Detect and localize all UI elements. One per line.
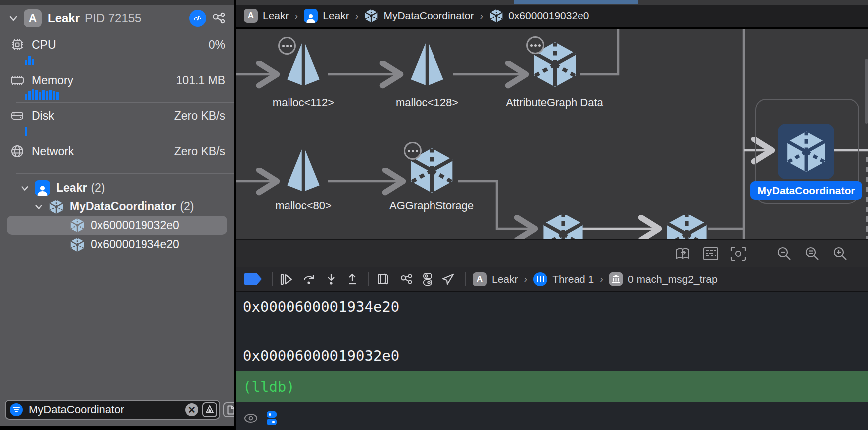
process-row[interactable]: A Leakr PID 72155 [0, 5, 234, 32]
graph-node-label: AGGraphStorage [389, 199, 474, 212]
graph-node-label: malloc<112> [273, 96, 334, 109]
stat-value: Zero KB/s [174, 145, 225, 158]
zoom-actual-size-icon[interactable] [804, 246, 820, 262]
environment-overrides-icon[interactable] [422, 272, 433, 286]
memory-history-bars [25, 89, 234, 100]
divider [16, 102, 234, 103]
jumpbar-crumb-user[interactable]: Leakr [304, 9, 349, 23]
memory-graph-icon[interactable] [211, 11, 226, 26]
filter-field[interactable]: MyDataCoordinator ✕ [5, 400, 220, 420]
graph-node-malloc80[interactable] [283, 148, 324, 193]
jumpbar-crumb-instance[interactable]: 0x6000019032e0 [489, 9, 589, 23]
clear-filter-icon[interactable]: ✕ [185, 403, 198, 416]
filter-bar: MyDataCoordinator ✕ [5, 399, 232, 420]
ellipsis-badge[interactable] [526, 36, 544, 54]
cube-icon [70, 237, 85, 252]
file-filter-button[interactable] [223, 402, 234, 417]
crumb-label: 0x6000019032e0 [508, 10, 589, 22]
stat-label: CPU [32, 38, 209, 52]
step-over-icon[interactable] [302, 273, 316, 286]
debug-crumb-thread[interactable]: Thread 1 [533, 272, 594, 286]
memory-graph-icon[interactable] [399, 272, 413, 286]
ellipsis-badge[interactable] [278, 37, 296, 55]
crumb-label: Leakr [323, 10, 349, 22]
console-filter-icon[interactable] [267, 411, 277, 425]
crumb-label: Leakr [263, 10, 289, 22]
graph-node-label: malloc<80> [275, 199, 332, 212]
cube-icon [364, 9, 378, 23]
step-into-icon[interactable] [325, 273, 337, 286]
canvas-footer-toolbar [236, 239, 868, 267]
divider [16, 67, 234, 67]
debug-crumb-frame[interactable]: 0 mach_msg2_trap [609, 272, 718, 286]
continue-button[interactable] [280, 273, 293, 286]
stack-frame-icon [609, 272, 623, 286]
filter-input-value[interactable]: MyDataCoordinator [29, 403, 185, 416]
leaks-filter-button[interactable] [202, 402, 217, 417]
process-name: Leakr [48, 11, 80, 25]
graph-node-label: AttributeGraph Data [506, 96, 603, 109]
tree-row-instance-selected[interactable]: 0x6000019032e0 [7, 216, 227, 235]
stat-row-disk[interactable]: Disk Zero KB/s [0, 108, 234, 124]
console-log-icon[interactable] [703, 247, 719, 261]
eye-icon[interactable] [244, 413, 258, 424]
jumpbar-crumb-process[interactable]: A Leakr [244, 9, 289, 23]
disk-history-bars [25, 125, 234, 136]
app-icon: A [244, 9, 258, 23]
breakpoints-toggle-button[interactable] [244, 273, 262, 285]
graph-node-cube[interactable] [664, 212, 709, 239]
process-pid: PID 72155 [85, 11, 189, 25]
ellipsis-badge[interactable] [404, 142, 422, 160]
breadcrumb-separator: › [524, 273, 528, 285]
graph-node-mydatacoordinator[interactable] [778, 124, 834, 179]
console-line: 0x0000600001934e20 [236, 292, 868, 315]
jump-bar: A Leakr › Leakr › MyDataCoordinator › [236, 5, 868, 28]
canvas-scrollbar[interactable] [865, 59, 868, 124]
graph-node-cube[interactable] [541, 212, 585, 239]
stat-label: Memory [32, 74, 176, 87]
tree-row-type[interactable]: MyDataCoordinator (2) [0, 197, 234, 215]
debug-console[interactable]: 0x0000600001934e20 0x00006000019032e0 (l… [236, 292, 868, 430]
tree-row-instance[interactable]: 0x600001934e20 [0, 235, 234, 254]
stat-row-network[interactable]: Network Zero KB/s [0, 143, 234, 159]
jumpbar-crumb-type[interactable]: MyDataCoordinator [364, 9, 474, 23]
person-icon [35, 180, 50, 196]
stat-row-cpu[interactable]: CPU 0% [0, 37, 234, 53]
stat-label: Network [32, 145, 174, 158]
jump-to-definition-icon[interactable] [675, 246, 691, 261]
step-out-icon[interactable] [346, 273, 358, 286]
zoom-in-icon[interactable] [832, 246, 848, 262]
app-icon: A [473, 272, 487, 286]
simulate-location-icon[interactable] [442, 273, 455, 286]
chevron-down-icon[interactable] [8, 13, 19, 24]
divider [16, 138, 234, 138]
chevron-down-icon[interactable] [20, 183, 30, 193]
tree-count: (2) [91, 181, 105, 195]
lldb-prompt: (lldb) [236, 378, 295, 395]
stat-row-memory[interactable]: Memory 101.1 MB [0, 72, 234, 88]
cpu-history-bars [25, 54, 234, 65]
crumb-label: Leakr [492, 273, 518, 285]
breadcrumb-separator: › [480, 10, 484, 22]
cpu-icon [10, 38, 25, 52]
cube-icon [489, 9, 503, 23]
selected-node-label[interactable]: MyDataCoordinator [750, 181, 862, 200]
lldb-prompt-row[interactable]: (lldb) [236, 371, 868, 402]
chevron-down-icon[interactable] [34, 202, 44, 212]
view-hierarchy-icon[interactable] [376, 273, 390, 286]
tree-count: (2) [180, 200, 194, 213]
cube-icon [70, 218, 85, 233]
tree-label: 0x600001934e20 [91, 238, 179, 251]
graph-node-malloc128[interactable] [407, 42, 447, 87]
focus-selection-icon[interactable] [730, 246, 746, 261]
performance-gauge-icon[interactable] [189, 10, 206, 27]
memory-graph-canvas[interactable]: MyDataCoordinator [236, 29, 868, 239]
tree-row-process[interactable]: Leakr (2) [0, 179, 234, 197]
debug-crumb-process[interactable]: A Leakr [473, 272, 518, 286]
divider [272, 272, 273, 286]
crumb-label: Thread 1 [552, 273, 594, 285]
zoom-out-icon[interactable] [776, 246, 792, 262]
breadcrumb-separator: › [355, 10, 359, 22]
stat-value: 0% [209, 38, 225, 52]
disk-icon [10, 109, 25, 123]
